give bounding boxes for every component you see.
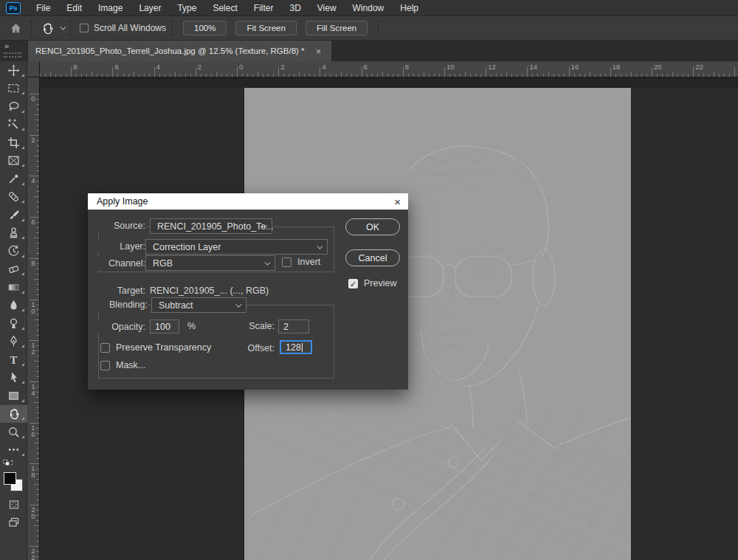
foreground-color-chip[interactable] [4,472,16,485]
menu-item-select[interactable]: Select [204,0,245,16]
preserve-transparency-option[interactable]: Preserve Transparency [100,342,211,353]
scale-label: Scale: [245,321,275,331]
opacity-input[interactable]: 100 [150,319,179,333]
invert-checkbox[interactable] [282,257,292,267]
spot-healing-brush-tool[interactable] [0,188,27,207]
menu-item-view[interactable]: View [309,0,345,16]
path-selection-tool[interactable] [0,369,27,387]
menu-item-type[interactable]: Type [169,0,204,16]
magic-wand-tool[interactable] [0,116,27,134]
chevron-down-icon [264,259,270,265]
clone-stamp-tool[interactable] [0,224,27,243]
eyedropper-tool[interactable] [0,170,27,188]
invert-option[interactable]: Invert [282,257,320,267]
brush-tool[interactable] [0,206,27,224]
ruler-label: 14 [30,383,37,396]
ruler-label: 16 [571,63,579,71]
target-value: RENCI_201905_... (..., RGB) [150,286,269,296]
move-tool[interactable] [0,61,27,80]
type-tool[interactable]: T [0,350,27,369]
pen-tool[interactable] [0,333,27,351]
rectangle-tool[interactable] [0,387,27,405]
tools-panel: » T [0,41,27,560]
source-select[interactable]: RENCI_201905_Photo_Te... [150,218,272,234]
divider [70,20,71,36]
tab-close-icon[interactable]: × [314,46,324,57]
tool-options-bar: Scroll All Windows 100%Fit ScreenFill Sc… [0,16,738,41]
ruler-label: 18 [30,465,37,478]
screen-mode-icon[interactable] [0,514,27,531]
ruler-label: 4 [30,177,37,184]
ok-button[interactable]: OK [345,218,400,235]
preview-option[interactable]: ✓ Preview [348,278,396,288]
ruler-label: 12 [488,63,496,71]
history-brush-tool[interactable] [0,242,27,260]
opacity-label: Opacity: [88,320,145,333]
ruler-label: 6 [364,63,368,71]
panel-grip[interactable] [4,52,21,58]
lasso-tool[interactable] [0,97,27,116]
ruler-label: 8 [30,260,37,266]
quick-mask-icon[interactable] [0,496,27,514]
menu-item-edit[interactable]: Edit [58,0,90,16]
horizontal-ruler[interactable]: 086420246810121416182022 [27,61,738,77]
cancel-button[interactable]: Cancel [345,249,400,266]
vertical-ruler[interactable]: 0246810121416182022 [27,77,40,560]
blending-label: Blending: [90,298,148,311]
scroll-all-windows-option[interactable]: Scroll All Windows [80,23,166,33]
mask-option[interactable]: Mask... [100,360,145,370]
dodge-tool[interactable] [0,314,27,333]
chevron-down-icon [235,301,241,307]
ruler-label: 18 [613,63,621,71]
fit-screen-button[interactable]: Fit Screen [235,21,296,35]
crop-tool[interactable] [0,134,27,152]
dialog-close-icon[interactable]: × [394,196,401,207]
menu-item-window[interactable]: Window [345,0,393,16]
document-tab[interactable]: RENCI_201905_Photo_Terrell_Joshua.jpg @ … [28,41,331,61]
source-label: Source: [88,219,145,232]
menu-item-3d[interactable]: 3D [281,0,308,16]
divider [172,20,173,36]
layer-select[interactable]: Correction Layer [145,239,328,255]
swap-colors-icon[interactable] [0,459,27,471]
blending-select[interactable]: Subtract [151,297,246,313]
menu-item-layer[interactable]: Layer [131,0,169,16]
dialog-title-bar[interactable]: Apply Image × [88,193,408,210]
preview-checkbox[interactable]: ✓ [348,279,358,288]
channel-select[interactable]: RGB [145,255,275,271]
hand-tool[interactable] [0,405,27,424]
fill-screen-button[interactable]: Fill Screen [306,21,368,35]
scale-input[interactable]: 2 [278,319,309,333]
zoom-100-button[interactable]: 100% [183,21,227,35]
ruler-label: 22 [695,63,703,71]
scroll-all-windows-checkbox[interactable] [80,24,89,32]
opacity-unit: % [187,321,196,331]
frame-tool[interactable] [0,152,27,170]
edit-toolbar[interactable] [0,441,27,460]
gradient-tool[interactable] [0,278,27,297]
home-icon[interactable] [6,18,25,38]
ruler-label: 8 [405,63,409,71]
photoshop-logo-icon: Ps [6,2,21,14]
ruler-label: 16 [30,424,37,438]
eraser-tool[interactable] [0,260,27,279]
hand-tool-icon[interactable] [38,18,57,38]
preserve-transparency-checkbox[interactable] [100,343,110,353]
blur-tool[interactable] [0,297,27,315]
expand-panel-icon[interactable]: » [4,41,9,50]
pasteboard-shadow [40,77,738,88]
ruler-label: 22 [30,547,37,560]
document-tab-title: RENCI_201905_Photo_Terrell_Joshua.jpg @ … [35,46,305,55]
zoom-tool[interactable] [0,423,27,441]
menu-item-filter[interactable]: Filter [246,0,282,16]
menu-item-file[interactable]: File [28,0,58,16]
menu-bar: Ps FileEditImageLayerTypeSelectFilter3DV… [0,0,738,16]
menu-item-image[interactable]: Image [90,0,131,16]
offset-input[interactable]: 128 [280,340,312,354]
chevron-down-icon[interactable] [60,24,66,30]
mask-checkbox[interactable] [100,361,110,370]
menu-item-help[interactable]: Help [392,0,427,16]
ruler-label: 8 [73,63,77,71]
rectangular-marquee-tool[interactable] [0,80,27,98]
dialog-title: Apply Image [97,196,148,207]
